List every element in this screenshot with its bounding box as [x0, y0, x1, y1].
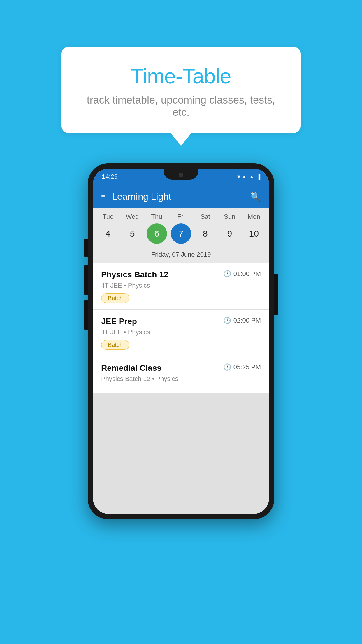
- day-8[interactable]: 8: [195, 223, 215, 244]
- schedule-item-2-time-label: 02:00 PM: [233, 317, 261, 324]
- status-time: 14:29: [102, 173, 118, 181]
- day-numbers: 4 5 6 7 8 9 10: [93, 220, 269, 249]
- day-label-mon: Mon: [244, 213, 264, 220]
- app-title: Learning Light: [112, 191, 250, 202]
- status-bar: 14:29 ▼▲ ▲ ▐: [93, 169, 269, 185]
- wifi-icon: ▼▲: [236, 174, 247, 180]
- selected-date-label: Friday, 07 June 2019: [93, 249, 269, 263]
- schedule-item-3-subtitle: Physics Batch 12 • Physics: [101, 375, 261, 383]
- schedule-item-2-time: 🕐 02:00 PM: [223, 317, 261, 324]
- day-label-sat: Sat: [195, 213, 215, 220]
- day-labels: Tue Wed Thu Fri Sat Sun Mon: [93, 213, 269, 220]
- schedule-item-1-tag: Batch: [101, 293, 129, 303]
- notch-cutout: [164, 169, 198, 180]
- day-label-tue: Tue: [98, 213, 118, 220]
- schedule-item-1-subtitle: IIT JEE • Physics: [101, 282, 261, 289]
- app-header: ≡ Learning Light 🔍: [93, 185, 269, 208]
- speech-bubble-tail: [171, 133, 191, 146]
- front-camera: [179, 173, 183, 177]
- day-label-sun: Sun: [219, 213, 240, 220]
- schedule-item-2[interactable]: JEE Prep 🕐 02:00 PM IIT JEE • Physics Ba…: [93, 310, 269, 356]
- schedule-item-3-time-label: 05:25 PM: [233, 363, 261, 371]
- day-9[interactable]: 9: [219, 223, 240, 244]
- search-icon[interactable]: 🔍: [250, 192, 261, 202]
- speech-bubble-card: Time-Table track timetable, upcoming cla…: [61, 47, 301, 133]
- speech-bubble-subtitle: track timetable, upcoming classes, tests…: [79, 94, 283, 118]
- menu-icon[interactable]: ≡: [101, 192, 105, 201]
- status-icons: ▼▲ ▲ ▐: [236, 174, 260, 180]
- schedule-item-2-subtitle: IIT JEE • Physics: [101, 328, 261, 336]
- phone-outer-shell: 14:29 ▼▲ ▲ ▐ ≡ Learning Light 🔍 Tue: [88, 163, 274, 519]
- battery-icon: ▐: [256, 174, 260, 180]
- schedule-item-1-title: Physics Batch 12: [101, 270, 168, 279]
- schedule-item-1-time-label: 01:00 PM: [233, 270, 261, 278]
- calendar-strip: Tue Wed Thu Fri Sat Sun Mon 4 5 6 7 8 9 …: [93, 208, 269, 263]
- speech-bubble-title: Time-Table: [79, 64, 283, 88]
- speech-bubble-wrapper: Time-Table track timetable, upcoming cla…: [61, 47, 301, 146]
- schedule-item-3[interactable]: Remedial Class 🕐 05:25 PM Physics Batch …: [93, 356, 269, 393]
- schedule-item-2-tag: Batch: [101, 340, 129, 350]
- day-6-today[interactable]: 6: [147, 223, 167, 244]
- day-10[interactable]: 10: [244, 223, 264, 244]
- phone-mockup: 14:29 ▼▲ ▲ ▐ ≡ Learning Light 🔍 Tue: [88, 163, 274, 519]
- phone-btn-volume-mute: [84, 239, 88, 257]
- phone-screen: 14:29 ▼▲ ▲ ▐ ≡ Learning Light 🔍 Tue: [93, 169, 269, 514]
- schedule-item-1[interactable]: Physics Batch 12 🕐 01:00 PM IIT JEE • Ph…: [93, 263, 269, 309]
- schedule-item-3-time: 🕐 05:25 PM: [223, 363, 261, 371]
- schedule-item-2-header: JEE Prep 🕐 02:00 PM: [101, 317, 261, 326]
- schedule-item-1-header: Physics Batch 12 🕐 01:00 PM: [101, 270, 261, 279]
- day-label-fri: Fri: [171, 213, 191, 220]
- phone-btn-volume-up: [84, 265, 88, 295]
- day-7-selected[interactable]: 7: [171, 223, 191, 244]
- phone-btn-power: [274, 274, 278, 315]
- schedule-list: Physics Batch 12 🕐 01:00 PM IIT JEE • Ph…: [93, 263, 269, 514]
- day-label-wed: Wed: [122, 213, 143, 220]
- clock-icon-2: 🕐: [223, 317, 231, 324]
- schedule-item-3-title: Remedial Class: [101, 363, 161, 373]
- schedule-item-2-title: JEE Prep: [101, 317, 137, 326]
- day-label-thu: Thu: [147, 213, 167, 220]
- phone-btn-volume-down: [84, 300, 88, 330]
- signal-icon: ▲: [249, 174, 254, 180]
- clock-icon-1: 🕐: [223, 270, 231, 278]
- schedule-item-1-time: 🕐 01:00 PM: [223, 270, 261, 278]
- schedule-item-3-header: Remedial Class 🕐 05:25 PM: [101, 363, 261, 373]
- clock-icon-3: 🕐: [223, 363, 231, 371]
- day-4[interactable]: 4: [98, 223, 118, 244]
- day-5[interactable]: 5: [122, 223, 143, 244]
